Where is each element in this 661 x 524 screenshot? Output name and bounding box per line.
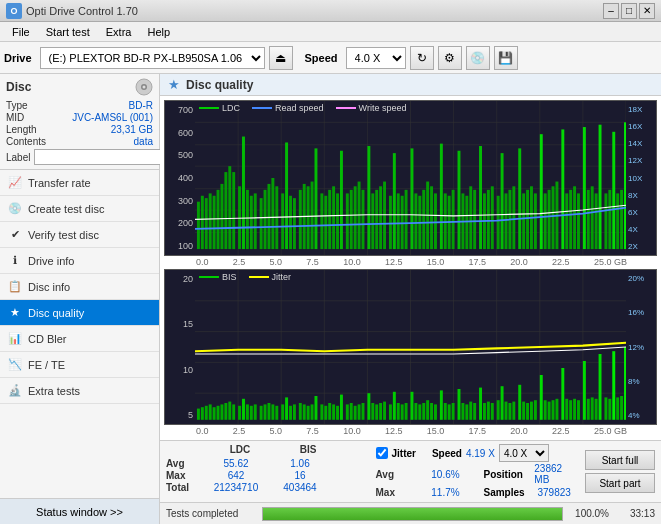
nav-item-label: CD Bler bbox=[28, 333, 67, 345]
svg-rect-72 bbox=[422, 190, 425, 249]
svg-rect-34 bbox=[260, 198, 263, 249]
svg-rect-48 bbox=[320, 193, 323, 249]
svg-rect-70 bbox=[414, 193, 417, 249]
jitter-max: 11.7% bbox=[416, 487, 476, 498]
disc-button[interactable]: 💿 bbox=[466, 46, 490, 70]
svg-rect-184 bbox=[414, 403, 417, 420]
svg-rect-220 bbox=[569, 400, 572, 420]
disc-panel: Disc Type BD-R MID JVC-AMS6L (001) Lengt… bbox=[0, 74, 159, 170]
svg-rect-149 bbox=[264, 404, 267, 419]
svg-rect-213 bbox=[540, 375, 543, 420]
svg-rect-180 bbox=[397, 403, 400, 420]
svg-rect-93 bbox=[512, 186, 515, 249]
eject-button[interactable]: ⏏ bbox=[269, 46, 293, 70]
refresh-button[interactable]: ↻ bbox=[410, 46, 434, 70]
nav-item-fe-te[interactable]: 📉 FE / TE bbox=[0, 352, 159, 378]
close-button[interactable]: ✕ bbox=[639, 3, 655, 19]
svg-rect-211 bbox=[530, 402, 533, 420]
svg-rect-37 bbox=[271, 178, 274, 249]
svg-rect-222 bbox=[577, 400, 580, 420]
svg-rect-172 bbox=[362, 403, 365, 420]
transfer-rate-icon: 📈 bbox=[8, 176, 22, 190]
svg-rect-157 bbox=[299, 403, 302, 420]
progress-label: Tests completed bbox=[166, 508, 256, 519]
svg-rect-140 bbox=[224, 403, 227, 420]
total-label: Total bbox=[166, 482, 202, 493]
svg-rect-194 bbox=[458, 389, 461, 420]
jitter-checkbox[interactable] bbox=[376, 447, 388, 459]
svg-rect-162 bbox=[320, 404, 323, 419]
nav-item-extra-tests[interactable]: 🔬 Extra tests bbox=[0, 378, 159, 404]
svg-rect-165 bbox=[332, 404, 335, 419]
svg-rect-151 bbox=[271, 404, 274, 419]
title-bar: O Opti Drive Control 1.70 – □ ✕ bbox=[0, 0, 661, 22]
svg-rect-90 bbox=[501, 153, 504, 249]
save-button[interactable]: 💾 bbox=[494, 46, 518, 70]
length-label: Length bbox=[6, 124, 37, 135]
nav-item-disc-quality[interactable]: ★ Disc quality bbox=[0, 300, 159, 326]
status-window-button[interactable]: Status window >> bbox=[0, 498, 159, 524]
ldc-chart-main: LDC Read speed Write speed bbox=[195, 101, 626, 255]
menu-help[interactable]: Help bbox=[139, 24, 178, 40]
nav-item-cd-bler[interactable]: 📊 CD Bler bbox=[0, 326, 159, 352]
stats-ldc-bis: LDC BIS Avg 55.62 1.06 Max 642 16 Total … bbox=[166, 444, 368, 499]
svg-rect-143 bbox=[238, 406, 241, 420]
extra-tests-icon: 🔬 bbox=[8, 384, 22, 398]
jitter-label: Jitter bbox=[392, 448, 416, 459]
speed-select[interactable]: 4.0 X2.0 X6.0 X8.0 X bbox=[346, 47, 406, 69]
start-part-button[interactable]: Start part bbox=[585, 473, 655, 493]
nav-item-label: Extra tests bbox=[28, 385, 80, 397]
svg-rect-24 bbox=[217, 190, 220, 249]
avg-label: Avg bbox=[166, 458, 202, 469]
svg-rect-199 bbox=[479, 388, 482, 420]
nav-item-drive-info[interactable]: ℹ Drive info bbox=[0, 248, 159, 274]
bis-chart: 20 15 10 5 BIS Jit bbox=[164, 269, 657, 425]
speed-select-stats[interactable]: 4.0 X bbox=[499, 444, 549, 462]
drive-info-icon: ℹ bbox=[8, 254, 22, 268]
max-bis: 16 bbox=[270, 470, 330, 481]
svg-rect-41 bbox=[289, 196, 292, 249]
nav-item-create-test-disc[interactable]: 💿 Create test disc bbox=[0, 196, 159, 222]
speed-label-stats: Speed bbox=[432, 448, 462, 459]
nav-item-transfer-rate[interactable]: 📈 Transfer rate bbox=[0, 170, 159, 196]
svg-rect-108 bbox=[577, 193, 580, 249]
svg-rect-107 bbox=[573, 186, 576, 249]
svg-point-2 bbox=[143, 86, 146, 89]
svg-rect-175 bbox=[375, 404, 378, 419]
menu-start-test[interactable]: Start test bbox=[38, 24, 98, 40]
svg-rect-101 bbox=[548, 190, 551, 249]
svg-rect-76 bbox=[440, 144, 443, 249]
bis-x-axis: 0.0 2.5 5.0 7.5 10.0 12.5 15.0 17.5 20.0… bbox=[164, 425, 657, 436]
nav-item-verify-test-disc[interactable]: ✔ Verify test disc bbox=[0, 222, 159, 248]
drive-select[interactable]: (E:) PLEXTOR BD-R PX-LB950SA 1.06 bbox=[40, 47, 265, 69]
menu-file[interactable]: File bbox=[4, 24, 38, 40]
settings-button[interactable]: ⚙ bbox=[438, 46, 462, 70]
drive-toolbar: Drive (E:) PLEXTOR BD-R PX-LB950SA 1.06 … bbox=[0, 42, 661, 74]
svg-rect-53 bbox=[340, 151, 343, 249]
svg-rect-168 bbox=[346, 404, 349, 419]
svg-rect-145 bbox=[246, 404, 249, 419]
start-buttons: Start full Start part bbox=[585, 444, 655, 499]
nav-item-disc-info[interactable]: 📋 Disc info bbox=[0, 274, 159, 300]
svg-rect-116 bbox=[612, 132, 615, 249]
svg-rect-181 bbox=[401, 404, 404, 419]
start-full-button[interactable]: Start full bbox=[585, 450, 655, 470]
svg-rect-169 bbox=[350, 403, 353, 420]
svg-rect-19 bbox=[197, 202, 200, 249]
stats-row-avg: Avg 55.62 1.06 bbox=[166, 458, 368, 469]
maximize-button[interactable]: □ bbox=[621, 3, 637, 19]
svg-rect-198 bbox=[473, 403, 476, 420]
svg-rect-66 bbox=[397, 193, 400, 249]
disc-label-input[interactable] bbox=[34, 149, 167, 165]
svg-rect-209 bbox=[522, 402, 525, 420]
total-ldc: 21234710 bbox=[206, 482, 266, 493]
svg-rect-30 bbox=[242, 137, 245, 250]
menu-extra[interactable]: Extra bbox=[98, 24, 140, 40]
minimize-button[interactable]: – bbox=[603, 3, 619, 19]
svg-rect-167 bbox=[340, 395, 343, 420]
svg-rect-136 bbox=[209, 404, 212, 419]
stats-header-bis: BIS bbox=[278, 444, 338, 455]
avg-bis: 1.06 bbox=[270, 458, 330, 469]
bis-legend-bis-color bbox=[199, 276, 219, 278]
svg-rect-104 bbox=[561, 129, 564, 249]
